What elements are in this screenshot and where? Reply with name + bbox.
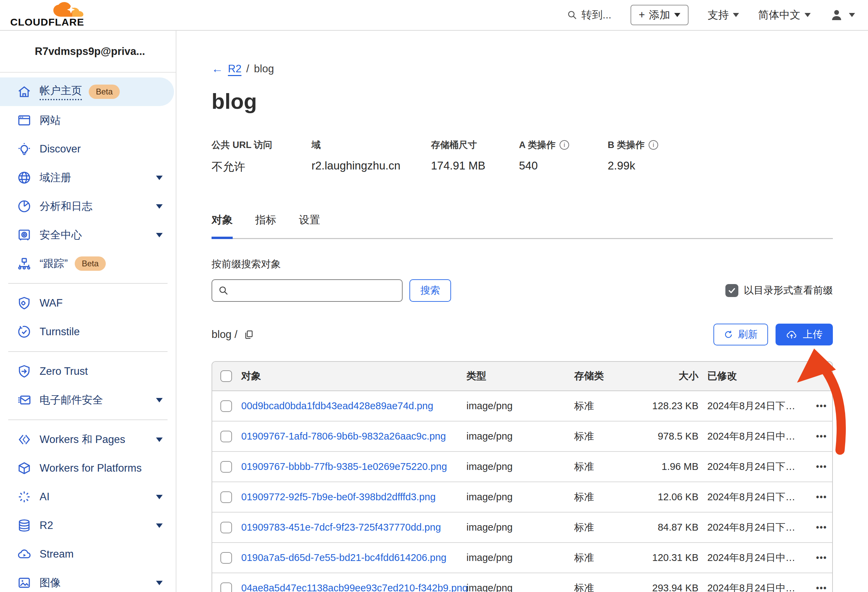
sidebar-item-waf[interactable]: WAF [0,289,176,318]
stat-value: r2.laughingzhu.cn [311,159,431,172]
trace-flow-icon [17,256,31,271]
cube-icon [17,461,31,476]
chevron-down-icon [156,204,163,209]
object-storage-class: 标准 [574,490,636,504]
sidebar-item-discover[interactable]: Discover [0,135,176,163]
object-link[interactable]: 01909772-92f5-7b9e-be0f-398bd2dfffd3.png [241,491,436,502]
sidebar-item-analytics-logs[interactable]: 分析和日志 [0,192,176,221]
global-search-label: 转到... [582,8,611,22]
globe-icon [17,171,31,185]
stat-label: A 类操作 [519,139,555,151]
browser-icon [17,113,31,128]
sidebar-item-account-home[interactable]: 帐户主页 Beta [0,77,174,106]
column-header-type: 类型 [466,369,574,383]
stat-value: 540 [519,159,608,172]
select-all-checkbox[interactable] [220,370,232,382]
sidebar-item-domain-registration[interactable]: 域注册 [0,163,176,192]
info-icon[interactable]: i [649,140,658,150]
code-brackets-icon [17,432,31,447]
row-menu-button[interactable]: ••• [811,431,832,441]
user-menu[interactable] [830,8,855,22]
sidebar-item-trace[interactable]: “跟踪” Beta [0,249,176,278]
vault-icon [17,228,31,242]
sidebar: R7vdmsps9p@priva... 帐户主页 Beta 网站 Discove… [0,31,176,592]
row-menu-button[interactable]: ••• [811,492,832,502]
table-row: 01909767-bbbb-77fb-9385-1e0269e75220.png… [212,452,832,482]
sidebar-item-label: 电子邮件安全 [40,393,103,407]
path-row: blog / 刷新 上传 [211,324,833,345]
sidebar-item-label: “跟踪” [40,256,68,271]
add-button[interactable]: + 添加 [630,5,688,25]
row-checkbox[interactable] [220,461,232,473]
support-menu[interactable]: 支持 [708,8,739,22]
sidebar-item-label: R2 [40,519,53,532]
object-link[interactable]: 01909783-451e-7dcf-9f23-725f437770dd.png [241,522,441,533]
row-checkbox[interactable] [220,431,232,442]
object-modified: 2024年8月24日下… [698,399,811,413]
object-link[interactable]: 01909767-1afd-7806-9b6b-9832a26aac9c.png [241,431,446,442]
stat-label: 域 [311,139,321,151]
table-row: 01909767-1afd-7806-9b6b-9832a26aac9c.png… [212,421,832,452]
sidebar-item-images[interactable]: 图像 [0,568,176,592]
sidebar-item-turnstile[interactable]: Turnstile [0,318,176,346]
row-checkbox[interactable] [220,401,232,412]
breadcrumb-separator: / [247,63,249,75]
cloudflare-wordmark: CLOUDFLARE [10,16,102,28]
add-button-label: 添加 [649,8,670,22]
row-menu-button[interactable]: ••• [811,583,832,592]
language-menu[interactable]: 简体中文 [758,8,811,22]
view-prefix-toggle: 以目录形式查看前缀 [725,284,833,297]
account-name[interactable]: R7vdmsps9p@priva... [0,31,176,73]
sidebar-item-zero-trust[interactable]: Zero Trust [0,357,176,386]
sidebar-item-label: AI [40,491,49,503]
chevron-down-icon [156,495,163,499]
prefix-search-input[interactable] [211,279,403,302]
info-icon[interactable]: i [559,140,569,150]
sidebar-item-ai[interactable]: AI [0,483,176,511]
sidebar-item-security-center[interactable]: 安全中心 [0,221,176,249]
refresh-button[interactable]: 刷新 [713,324,768,345]
cloudflare-logo[interactable]: CLOUDFLARE [10,2,102,28]
object-type: image/png [466,431,574,442]
tab-objects[interactable]: 对象 [211,213,233,239]
stat-label: 存储桶尺寸 [431,139,477,151]
sidebar-item-label: 分析和日志 [40,199,93,214]
tab-settings[interactable]: 设置 [299,213,320,239]
sidebar-item-stream[interactable]: Stream [0,540,176,568]
row-menu-button[interactable]: ••• [811,462,832,472]
sidebar-item-websites[interactable]: 网站 [0,106,176,135]
row-checkbox[interactable] [220,491,232,503]
breadcrumb-r2-link[interactable]: R2 [228,63,242,75]
row-checkbox[interactable] [220,582,232,592]
row-checkbox[interactable] [220,522,232,533]
sidebar-item-email-security[interactable]: 电子邮件安全 [0,386,176,414]
copy-path-button[interactable] [244,330,254,340]
object-storage-class: 标准 [574,582,636,592]
sidebar-item-workers-for-platforms[interactable]: Workers for Platforms [0,454,176,483]
sidebar-item-workers-pages[interactable]: Workers 和 Pages [0,425,176,454]
directory-view-checkbox[interactable] [725,284,738,297]
object-link[interactable]: 0190a7a5-d65d-7e55-bd21-bc4fdd614206.png [241,552,446,563]
object-type: image/png [466,401,574,412]
row-menu-button[interactable]: ••• [811,553,832,563]
sidebar-item-r2[interactable]: R2 [0,511,176,540]
object-type: image/png [466,552,574,563]
shield-gear-icon [17,296,31,310]
tab-metrics[interactable]: 指标 [255,213,276,239]
cloud-upload-icon [786,330,797,340]
object-link[interactable]: 04ae8a5d47ec1138acb99ee93c7ed210-f342b9.… [241,582,468,592]
row-menu-button[interactable]: ••• [811,523,832,532]
back-arrow-icon[interactable]: ← [211,62,223,75]
row-menu-button[interactable]: ••• [811,401,832,411]
row-checkbox[interactable] [220,552,232,564]
search-button[interactable]: 搜索 [409,279,451,302]
column-header-storage: 存储类 [574,369,636,383]
global-search[interactable]: 转到... [567,8,611,22]
stat-domain: 域 r2.laughingzhu.cn [311,139,431,175]
object-link[interactable]: 00d9bcad0bda1fdb43ead428e89ae74d.png [241,401,433,411]
chevron-down-icon [805,13,811,17]
object-link[interactable]: 01909767-bbbb-77fb-9385-1e0269e75220.png [241,461,447,472]
object-modified: 2024年8月24日中… [698,551,811,565]
upload-button[interactable]: 上传 [775,324,833,345]
sidebar-item-label: Zero Trust [40,365,88,377]
